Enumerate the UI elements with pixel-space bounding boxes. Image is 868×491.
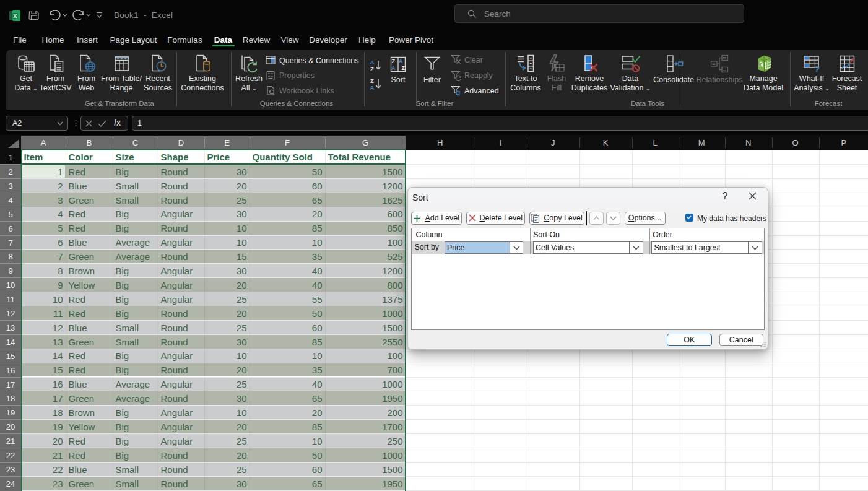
svg-text:Z: Z [370,77,374,84]
svg-text:Z: Z [391,58,395,64]
svg-text:A: A [391,65,396,71]
svg-text:?: ? [814,64,820,74]
svg-text:A: A [399,58,403,64]
svg-text:A: A [370,84,375,91]
svg-text:Z: Z [401,65,405,71]
svg-text:Z: Z [370,66,374,72]
svg-text:X: X [13,12,17,19]
svg-text:A: A [370,59,375,66]
